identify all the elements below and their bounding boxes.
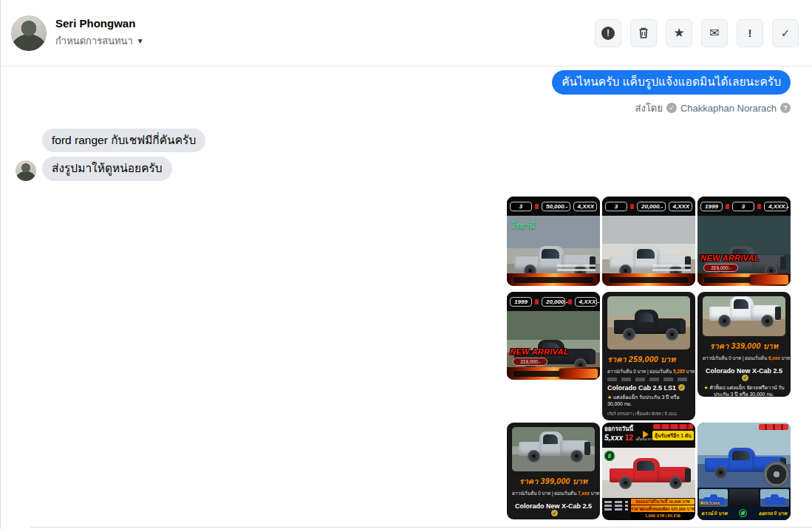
listing-model: Colorado Cab 2.5 LS1✓ [607,384,690,392]
ad-dot [568,299,572,304]
terms-text: บาท | 84 งวด [781,355,791,361]
fine-print [557,264,596,271]
contact-avatar[interactable] [11,16,47,51]
contact-name: Seri Phongwan [55,17,144,30]
ad-pill: 1999 [700,202,723,211]
price-pill: 319,000.- [703,264,738,272]
car-photo: โรธานี [507,216,600,286]
terms-installment: 6,xxx [768,355,780,361]
ad-pill: 4,XXX.- [575,297,597,307]
sender-name: Chakkaphan Norarach [680,103,777,114]
label-dropdown-text: กำหนดการสนทนา [55,33,133,49]
conversation-actions: ! ★ ✉ ! ✓ [595,19,799,47]
attachment-image-1[interactable]: 3 50,000.- 4,XXX โรธานี [507,197,600,286]
attachment-image-7[interactable]: ราคา 399,000 บาท ดาวน์เริ่มต้น 0 บาท | ผ… [507,423,600,519]
terms-text: ดาวน์เริ่มต้น 0 บาท | ผ่อนเริ่มต้น [512,491,576,496]
sent-by-label: ส่งโดย [635,100,663,116]
promo-offer-line: จองออกได้ในวันนี้ 10,000 บาท [631,499,695,505]
ad-pill: 3 [732,202,754,211]
terms-text: บาท | 84 งวด [590,491,600,496]
attachment-image-4[interactable]: 1999 20,000.- 4,XXX.- NEW ARRIVAL 319,00… [507,292,600,380]
ad-price-strip: 3 50,000.- 4,XXX [507,197,600,216]
chevron-down-icon: ▼ [137,37,144,45]
attachment-row: 3 50,000.- 4,XXX โรธานี [507,197,791,286]
attachment-grid: 3 50,000.- 4,XXX โรธานี [16,197,791,520]
attachment-image-5[interactable]: ราคา 259,000 บาท ดาวน์เริ่มต้น 0 บาท | ผ… [602,292,695,420]
contact-info: Seri Phongwan กำหนดการสนทนา ▼ [55,17,144,49]
check-icon: ✓ [781,27,791,40]
outgoing-message-bubble: คันไหนครับ แค็บรูปแจ้งแอดมินได้เลยนะครับ [552,70,791,95]
incoming-message-bubble: ford ranger กับเชฟมีกี่คันครับ [42,129,205,153]
promo-offer-line: 1,000 บาท | 84 งวด [631,513,695,519]
promo-prize: ลุ้นรับฟรีอีก 1 คัน [652,431,694,440]
listing-tags [607,378,690,381]
conversation-header: Seri Phongwan กำหนดการสนทนา ▼ ! [1,0,812,66]
star-icon: ★ [673,25,684,41]
listing-price: ราคา 399,000 บาท [512,475,595,488]
terms-text: บาท | 84 งวด [686,369,695,374]
listing-price: ราคา 339,000 บาท [703,340,785,352]
listing-footer: เกียร์ ธรรมดา | เชื้อเพลิง ดีเซล | ปี 20… [607,411,690,417]
ad-pill: 50,000.- [542,202,570,211]
car-photo [602,216,695,286]
listing-feature: ★ ตัวท็อป แต่งแม็ก จัดรถฟรีดาวน์ รับประก… [703,384,785,397]
attachment-row: 1999 20,000.- 4,XXX.- NEW ARRIVAL 319,00… [507,292,791,420]
message-thread: คันไหนครับ แค็บรูปแจ้งแอดมินได้เลยนะครับ… [1,66,812,520]
fine-print [652,264,691,271]
promo-installment: 5,xxx [604,434,623,442]
car-photo [607,296,690,349]
mark-done-button[interactable]: ✓ [772,19,799,47]
ad-price-strip: 1999 3 4,XXX.- [697,197,791,216]
flame-tag [559,369,598,378]
envelope-icon: ✉ [709,26,719,40]
verified-icon: ✓ [678,384,685,391]
ad-dot [630,204,634,209]
pickup-truck-white [709,296,781,327]
admin-check-icon: ✓ [666,103,677,113]
sent-by-row: ส่งโดย ✓ Chakkaphan Norarach ? [16,100,791,116]
delete-button[interactable] [630,19,657,47]
car-photo: NEW ARRIVAL 319,000.- [697,216,791,286]
mini-photo: ผ่อน 5,xxx [699,489,728,507]
car-photo [697,423,791,488]
new-arrival-badge: NEW ARRIVAL [700,253,760,262]
incoming-message-group: ford ranger กับเชฟมีกี่คันครับ ส่งรูปมาใ… [16,129,791,181]
help-icon[interactable]: ? [780,103,791,113]
drive-out-label: ออกรถ 0 บาท [759,510,787,517]
terms-text: ดาวน์เริ่มต้น 0 บาท | ผ่อนเริ่มต้น [607,369,672,374]
attachment-image-2[interactable]: 3 20,000.- 4,XXX [602,197,695,286]
promo-red-text [653,424,693,429]
contact-avatar-small[interactable] [16,160,36,181]
attachment-image-9[interactable]: ผ่อน 5,xxx ดาวน์ 0 บาท ออกรถ 0 บาท [697,423,791,520]
car-photo [703,296,785,336]
ad-pill: 4,XXX.- [764,202,788,211]
star-button[interactable]: ★ [666,19,692,47]
flame-tag [750,275,788,284]
ad-pill: 20,000.- [637,202,666,211]
attachment-image-3[interactable]: 1999 3 4,XXX.- NEW ARRIVAL 319,000.- [697,197,791,286]
attachment-image-6[interactable]: ราคา 339,000 บาท ดาวน์เริ่มต้น 0 บาท | ผ… [697,292,791,397]
ad-price-strip: 3 20,000.- 4,XXX [602,197,695,216]
mini-label: ผ่อน 5,xxx [700,500,720,506]
mini-photo-interior [729,489,758,507]
car-photo [512,427,595,471]
report-button[interactable]: ! [595,19,621,47]
alloy-wheel-inset [765,463,788,486]
dealer-logo-leaf [739,509,747,517]
ad-price-strip: 1999 20,000.- 4,XXX.- [507,292,600,311]
terms-text: ดาวน์เริ่มต้น 0 บาท | ผ่อนเริ่มต้น [703,355,767,361]
listing-terms: ดาวน์เริ่มต้น 0 บาท | ผ่อนเริ่มต้น 5,285… [607,368,690,375]
terms-installment: 5,285 [673,369,685,374]
exclamation-icon: ! [748,27,752,39]
price-pill: 319,000.- [513,358,547,366]
mark-important-button[interactable]: ! [737,19,763,47]
verified-icon: ✓ [742,375,748,381]
promo-title: ออกรถวันนี้ [604,424,633,434]
attachment-image-8[interactable]: ออกรถวันนี้ 5,xxx 12 เดือนแรก ลุ้นรับฟรี… [602,423,695,520]
mark-unread-button[interactable]: ✉ [701,19,728,47]
label-dropdown[interactable]: กำหนดการสนทนา ▼ [55,33,144,49]
flame-banner [602,273,695,286]
car-photo [602,448,695,498]
listing-model: Colorado New X-Cab 2.5✓ [512,502,595,517]
conversation-pane: Seri Phongwan กำหนดการสนทนา ▼ ! [0,0,812,529]
